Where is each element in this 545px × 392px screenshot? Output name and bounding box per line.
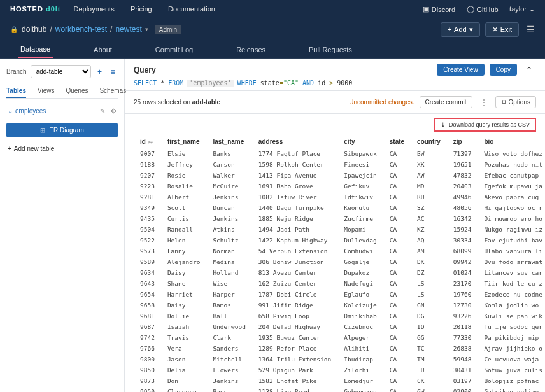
chevron-down-icon[interactable]: ▾ (145, 26, 148, 32)
cell-first_name: Scott (161, 202, 206, 213)
copy-button[interactable]: Copy (490, 64, 517, 76)
cell-bio: Ulabo vanvura li (478, 246, 545, 256)
collapse-icon[interactable]: ⌃ (522, 64, 536, 76)
cell-id: 9188 (134, 159, 161, 170)
hamburger-icon[interactable]: ☰ (527, 24, 535, 34)
cell-bio: Fav ejutudhi bav (478, 235, 545, 246)
results-table-wrap[interactable]: id🗝first_namelast_nameaddresscitystateco… (125, 136, 545, 392)
cell-zip: 26838 (447, 343, 478, 354)
cell-last_name: Underwood (206, 321, 251, 332)
breadcrumb-owner[interactable]: dolthub (22, 25, 46, 34)
cell-first_name: Elsie (161, 148, 206, 160)
download-csv-link[interactable]: ⤓ Download query results as CSV (434, 118, 536, 132)
table-row[interactable]: 9873DonJenkins1582 Enofat PikeLomedjurCA… (134, 375, 545, 386)
table-row[interactable]: 9223RosalieMcGuire1691 Raho GroveGefikuv… (134, 181, 545, 192)
table-row[interactable]: 9658DaisyRamos991 Jifir RidgeKolcizujeCA… (134, 300, 545, 311)
table-row[interactable]: 9007ElsieBanks1774 Fagtuf PlaceSibupawuk… (134, 148, 545, 160)
breadcrumb-branch[interactable]: newtest (115, 25, 141, 34)
cell-state: CA (383, 300, 411, 311)
cell-country: MD (411, 181, 447, 192)
cell-id: 9349 (134, 202, 161, 213)
column-header-state[interactable]: state (383, 136, 411, 148)
nav-deployments[interactable]: Deployments (73, 5, 114, 13)
column-header-zip[interactable]: zip (447, 136, 478, 148)
breadcrumb-repo[interactable]: workbench-test (55, 25, 107, 34)
create-commit-button[interactable]: Create commit (420, 96, 472, 108)
table-row[interactable]: 9634DaisyHolland813 Avezu CenterDupakozC… (134, 267, 545, 278)
column-header-id[interactable]: id🗝 (134, 136, 161, 148)
cell-id: 9800 (134, 354, 161, 365)
subtab-schemas[interactable]: Schemas (99, 85, 126, 98)
cell-state: CA (383, 321, 411, 332)
table-row[interactable]: 9435CurtisJenkins1885 Neju RidgeZucfirme… (134, 213, 545, 224)
user-menu[interactable]: taylor ⌄ (509, 5, 535, 13)
subtab-views[interactable]: Views (38, 85, 55, 98)
column-header-country[interactable]: country (411, 136, 447, 148)
discord-link[interactable]: ▣Discord (423, 5, 455, 13)
table-row[interactable]: 9589AlejandroMedina306 Boniw JunctionGog… (134, 256, 545, 267)
column-header-address[interactable]: address (252, 136, 337, 148)
cell-city: Fineesi (337, 159, 383, 170)
table-row[interactable]: 9504RandallAtkins1494 Jadi PathMopamiCAK… (134, 224, 545, 235)
cell-id: 9654 (134, 289, 161, 300)
er-diagram-button[interactable]: ⊞ ER Diagram (6, 123, 118, 137)
column-header-city[interactable]: city (337, 136, 383, 148)
subtab-queries[interactable]: Queries (66, 85, 88, 98)
uncommitted-changes[interactable]: Uncommitted changes. (349, 99, 414, 106)
logo[interactable]: HOSTED d0lt (10, 5, 60, 13)
table-row[interactable]: 9950ClarenceBass1138 Like RoadGebvowzenC… (134, 386, 545, 392)
table-row[interactable]: 9766VeraSanders1289 Refor PlaceAlihitiCA… (134, 343, 545, 354)
tab-releases[interactable]: Releases (234, 42, 268, 57)
table-row[interactable]: 9573FannyNorman54 Verpun ExtensionComhud… (134, 246, 545, 256)
table-row[interactable]: 9643ShaneWise162 Zuizu CenterNadefugiCAL… (134, 278, 545, 289)
table-row[interactable]: 9850DeliaFlowers529 Opiguh ParkZilorhiCA… (134, 365, 545, 375)
branch-select[interactable]: add-table (31, 65, 91, 78)
table-row[interactable]: 9349ScottDuncan1440 Dagu TurnpikeKeomutu… (134, 202, 545, 213)
table-row[interactable]: 9681DollieBall658 Piwig LoopOmiikihabCAD… (134, 311, 545, 321)
cell-address: 54 Verpun Extension (252, 246, 337, 256)
table-row[interactable]: 9281AlbertJenkins1082 Istuw RiverIdtikwi… (134, 192, 545, 202)
nav-pricing[interactable]: Pricing (131, 5, 152, 13)
cell-state: CA (383, 246, 411, 256)
column-header-last_name[interactable]: last_name (206, 136, 251, 148)
column-header-first_name[interactable]: first_name (161, 136, 206, 148)
column-header-bio[interactable]: bio (478, 136, 545, 148)
table-row[interactable]: 9742TravisClark1935 Buwuz CenterAlpegerC… (134, 332, 545, 343)
exit-button[interactable]: ✕ Exit (485, 22, 519, 37)
cell-first_name: Fanny (161, 246, 206, 256)
cell-state: CA (383, 202, 411, 213)
cell-city: Gogalje (337, 256, 383, 267)
add-button[interactable]: + Add ▾ (441, 22, 480, 37)
create-view-button[interactable]: Create View (437, 64, 484, 76)
cell-city: Nadefugi (337, 278, 383, 289)
more-menu-icon[interactable]: ⋮ (478, 98, 490, 107)
tab-database[interactable]: Database (18, 41, 53, 58)
pencil-icon[interactable]: ✎ (100, 108, 105, 115)
cell-id: 9281 (134, 192, 161, 202)
sql-text[interactable]: SELECT * FROM 'employees' WHERE state="C… (134, 80, 536, 87)
table-tree-item[interactable]: ⌄employees ✎ ⚙ (6, 104, 118, 118)
table-row[interactable]: 9687IsaiahUnderwood204 Defad HighwayCize… (134, 321, 545, 332)
table-row[interactable]: 9522HelenSchultz1422 Kaphum HighwayDulle… (134, 235, 545, 246)
gear-icon[interactable]: ⚙ (111, 108, 117, 115)
add-new-table[interactable]: + Add new table (6, 143, 118, 155)
table-row[interactable]: 9654HarrietHarper1787 Dobi CircleEglaufo… (134, 289, 545, 300)
github-link[interactable]: ◯GitHub (467, 5, 499, 13)
cell-zip: 77330 (447, 332, 478, 343)
tab-about[interactable]: About (91, 42, 115, 57)
table-row[interactable]: 9207RosieWalker1413 Fipa AvenueIpawejcin… (134, 170, 545, 181)
cell-id: 9007 (134, 148, 161, 160)
list-icon[interactable]: ≡ (108, 66, 118, 78)
cell-bio: Komla jodlin wo (478, 300, 545, 311)
nav-documentation[interactable]: Documentation (168, 5, 215, 13)
tab-commit-log[interactable]: Commit Log (153, 42, 195, 57)
subtab-tables[interactable]: Tables (6, 85, 26, 98)
table-row[interactable]: 9188JeffreyCarson1598 Rolkoh CenterFinee… (134, 159, 545, 170)
tab-pull-requests[interactable]: Pull Requests (306, 42, 355, 57)
cell-city: Eglaufo (337, 289, 383, 300)
table-row[interactable]: 9800JasonMitchell1364 Irilu ExtensionIbu… (134, 354, 545, 365)
add-branch-icon[interactable]: + (95, 66, 104, 78)
cell-last_name: McGuire (206, 181, 251, 192)
options-button[interactable]: ⚙ Options (495, 96, 536, 108)
cell-city: Zucfirme (337, 213, 383, 224)
